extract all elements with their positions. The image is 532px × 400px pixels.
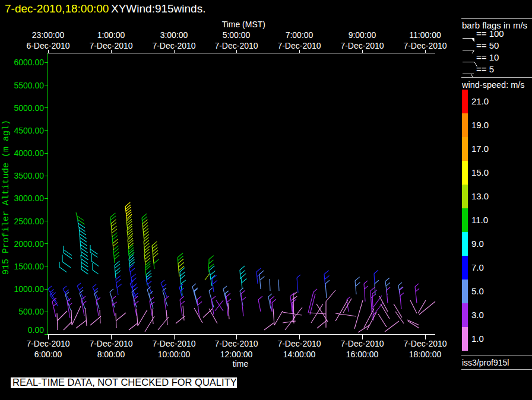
svg-text:19.0: 19.0 [471, 120, 489, 130]
svg-text:7-Dec-2010: 7-Dec-2010 [214, 41, 258, 50]
svg-text:7-Dec-2010: 7-Dec-2010 [152, 41, 195, 50]
svg-text:18:00:00: 18:00:00 [409, 350, 442, 359]
svg-text:4500.00: 4500.00 [14, 126, 44, 135]
svg-text:1.0: 1.0 [471, 334, 484, 344]
svg-text:7:00:00: 7:00:00 [286, 30, 314, 40]
svg-text:3:00:00: 3:00:00 [160, 30, 188, 40]
svg-text:915 Profiler Altitude (m agl): 915 Profiler Altitude (m agl) [1, 120, 11, 275]
svg-text:3000.00: 3000.00 [14, 193, 44, 203]
svg-text:Time (MST): Time (MST) [222, 20, 265, 29]
svg-text:7-Dec-2010: 7-Dec-2010 [403, 339, 446, 348]
svg-text:5.0: 5.0 [471, 286, 484, 296]
svg-text:7.0: 7.0 [471, 262, 484, 272]
svg-text:13.0: 13.0 [471, 191, 489, 201]
svg-text:wind-speed: m/s: wind-speed: m/s [461, 80, 525, 90]
svg-text:21.0: 21.0 [471, 96, 489, 106]
svg-text:23:00:00: 23:00:00 [32, 30, 65, 40]
svg-text:1:00:00: 1:00:00 [97, 30, 125, 40]
svg-text:7-Dec-2010: 7-Dec-2010 [214, 339, 258, 348]
svg-text:iss3/prof915l: iss3/prof915l [462, 358, 509, 367]
svg-text:6000.00: 6000.00 [14, 58, 44, 67]
svg-text:6:00:00: 6:00:00 [34, 350, 62, 359]
svg-text:7-Dec-2010: 7-Dec-2010 [89, 41, 132, 50]
svg-text:== 5: == 5 [476, 64, 494, 74]
svg-text:4000.00: 4000.00 [14, 148, 44, 158]
svg-text:11.0: 11.0 [471, 215, 488, 225]
svg-text:500.00: 500.00 [18, 307, 44, 316]
svg-text:7-Dec-2010: 7-Dec-2010 [340, 41, 384, 50]
svg-text:7-Dec-2010: 7-Dec-2010 [277, 41, 321, 50]
svg-text:7-Dec-2010: 7-Dec-2010 [340, 339, 384, 348]
svg-text:7-Dec-2010: 7-Dec-2010 [403, 41, 446, 50]
svg-text:3500.00: 3500.00 [14, 171, 44, 180]
svg-text:7-Dec-2010: 7-Dec-2010 [277, 339, 321, 348]
svg-text:15.0: 15.0 [471, 167, 489, 177]
svg-text:5:00:00: 5:00:00 [223, 30, 251, 40]
svg-text:XYWind:915winds.: XYWind:915winds. [111, 2, 205, 15]
svg-text:7-Dec-2010: 7-Dec-2010 [89, 339, 132, 348]
svg-text:7-Dec-2010: 7-Dec-2010 [152, 339, 195, 348]
svg-text:time: time [233, 359, 249, 369]
svg-text:17.0: 17.0 [471, 144, 489, 154]
svg-text:REAL-TIME DATA, NOT CHECKED FO: REAL-TIME DATA, NOT CHECKED FOR QUALITY [12, 377, 237, 388]
svg-text:10:00:00: 10:00:00 [158, 350, 191, 359]
svg-text:16:00:00: 16:00:00 [346, 350, 379, 359]
svg-text:1500.00: 1500.00 [14, 262, 44, 271]
svg-text:7-Dec-2010: 7-Dec-2010 [26, 339, 69, 348]
svg-text:9:00:00: 9:00:00 [349, 30, 376, 40]
svg-text:2000.00: 2000.00 [14, 239, 44, 249]
svg-text:14:00:00: 14:00:00 [283, 350, 316, 359]
svg-text:11:00:00: 11:00:00 [409, 30, 441, 40]
svg-text:3.0: 3.0 [471, 310, 484, 320]
svg-text:2500.00: 2500.00 [14, 217, 44, 226]
svg-text:6-Dec-2010: 6-Dec-2010 [26, 41, 69, 50]
svg-text:12:00:00: 12:00:00 [220, 350, 253, 359]
svg-text:1000.00: 1000.00 [14, 284, 44, 294]
svg-text:7-dec-2010,18:00:00: 7-dec-2010,18:00:00 [5, 2, 109, 15]
svg-text:== 100: == 100 [476, 28, 504, 39]
svg-text:8:00:00: 8:00:00 [97, 350, 125, 359]
svg-text:5500.00: 5500.00 [14, 81, 44, 90]
svg-text:9.0: 9.0 [471, 239, 484, 249]
svg-text:== 50: == 50 [476, 40, 499, 50]
svg-text:== 10: == 10 [476, 52, 499, 62]
svg-text:5000.00: 5000.00 [14, 103, 44, 113]
svg-text:0.00: 0.00 [28, 325, 44, 335]
